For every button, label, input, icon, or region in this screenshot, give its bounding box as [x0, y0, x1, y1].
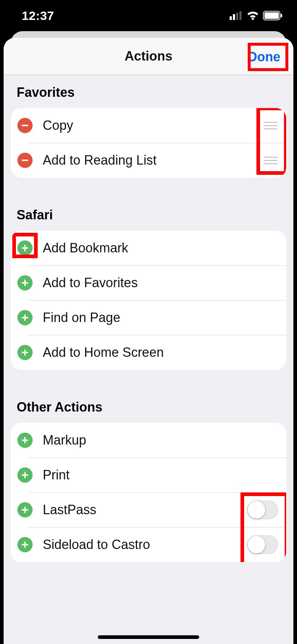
- row-add-to-favorites[interactable]: Add to Favorites: [11, 265, 286, 300]
- section-header-other: Other Actions: [4, 390, 293, 423]
- row-add-to-home-screen[interactable]: Add to Home Screen: [11, 335, 286, 370]
- actions-sheet: Actions Done Favorites Copy Add to Readi…: [4, 38, 293, 644]
- svg-rect-23: [22, 509, 28, 511]
- svg-rect-21: [22, 474, 28, 476]
- svg-rect-17: [22, 352, 28, 353]
- svg-rect-3: [239, 11, 242, 20]
- navbar: Actions Done: [4, 38, 293, 75]
- status-icons: [230, 11, 283, 20]
- svg-point-4: [252, 18, 254, 20]
- add-icon[interactable]: [17, 502, 33, 517]
- svg-rect-7: [281, 14, 282, 17]
- svg-rect-1: [233, 14, 235, 20]
- row-label: Add to Reading List: [43, 153, 263, 168]
- status-time: 12:37: [14, 9, 54, 23]
- add-icon[interactable]: [17, 433, 33, 448]
- add-icon[interactable]: [17, 345, 33, 360]
- row-lastpass[interactable]: LastPass: [11, 492, 286, 527]
- group-safari: Add Bookmark Add to Favorites Find on Pa…: [11, 231, 286, 370]
- row-label: Add to Favorites: [43, 275, 278, 290]
- svg-rect-6: [264, 12, 279, 19]
- home-indicator[interactable]: [98, 635, 199, 639]
- svg-rect-13: [22, 282, 28, 284]
- svg-rect-15: [22, 317, 28, 318]
- highlight-done: [248, 43, 288, 71]
- row-label: LastPass: [43, 502, 247, 517]
- row-label: Find on Page: [43, 310, 278, 325]
- cellular-icon: [230, 11, 243, 20]
- drag-handle-icon[interactable]: [263, 122, 278, 129]
- section-header-safari: Safari: [4, 198, 293, 231]
- svg-rect-9: [22, 160, 28, 161]
- svg-rect-19: [22, 439, 28, 441]
- row-print[interactable]: Print: [11, 458, 286, 492]
- toggle-lastpass[interactable]: [247, 500, 278, 519]
- remove-icon[interactable]: [17, 118, 33, 133]
- svg-rect-11: [22, 247, 28, 249]
- svg-rect-0: [230, 16, 232, 20]
- page-title: Actions: [125, 49, 172, 64]
- row-sideload-to-castro[interactable]: Sideload to Castro: [11, 527, 286, 562]
- row-markup[interactable]: Markup: [11, 423, 286, 458]
- group-favorites: Copy Add to Reading List: [11, 108, 286, 178]
- row-add-bookmark[interactable]: Add Bookmark: [11, 231, 286, 265]
- section-header-favorites: Favorites: [4, 75, 293, 108]
- remove-icon[interactable]: [17, 153, 33, 168]
- svg-rect-2: [236, 13, 238, 20]
- row-copy[interactable]: Copy: [11, 108, 286, 143]
- group-other: Markup Print LastPass: [11, 423, 286, 562]
- row-label: Copy: [43, 118, 263, 133]
- add-icon[interactable]: [17, 240, 33, 256]
- row-label: Print: [43, 467, 278, 483]
- content-scroll: Favorites Copy Add to Reading List: [4, 75, 293, 606]
- status-bar: 12:37: [0, 0, 297, 31]
- row-label: Add Bookmark: [43, 240, 278, 256]
- row-label: Sideload to Castro: [43, 537, 247, 552]
- row-label: Add to Home Screen: [43, 345, 278, 360]
- row-label: Markup: [43, 433, 278, 448]
- add-icon[interactable]: [17, 310, 33, 325]
- svg-rect-25: [22, 544, 28, 545]
- wifi-icon: [247, 11, 259, 20]
- battery-icon: [263, 11, 283, 20]
- row-add-to-reading-list[interactable]: Add to Reading List: [11, 143, 286, 178]
- add-icon[interactable]: [17, 537, 33, 552]
- add-icon[interactable]: [17, 275, 33, 290]
- drag-handle-icon[interactable]: [263, 157, 278, 164]
- svg-rect-8: [22, 125, 28, 126]
- row-find-on-page[interactable]: Find on Page: [11, 300, 286, 335]
- add-icon[interactable]: [17, 467, 33, 483]
- toggle-sideload-castro[interactable]: [247, 535, 278, 554]
